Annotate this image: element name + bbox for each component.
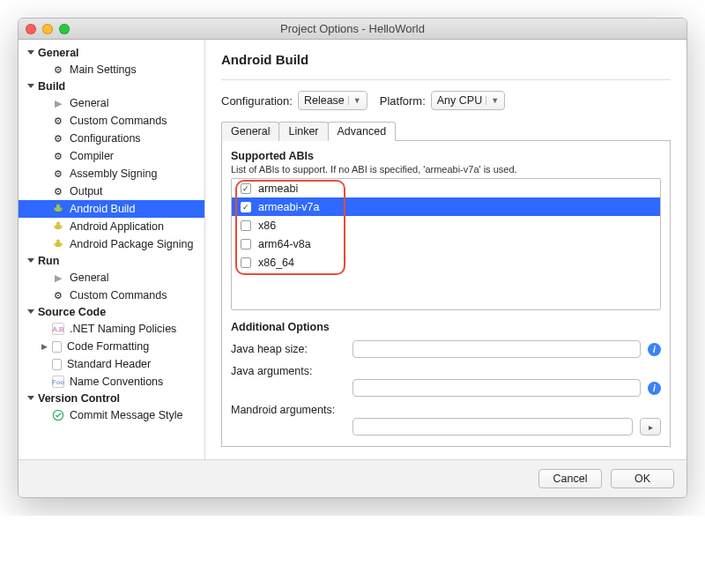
svg-rect-11	[61, 243, 62, 247]
checkbox-icon[interactable]	[241, 239, 251, 249]
svg-rect-7	[61, 226, 62, 229]
abi-row-arm64-v8a[interactable]: arm64-v8a	[232, 234, 660, 253]
sidebar-item-label: Assembly Signing	[70, 167, 157, 180]
run-button[interactable]: ▸	[640, 418, 661, 435]
sidebar-item-label: General	[70, 272, 108, 284]
svg-rect-2	[55, 208, 56, 212]
sidebar-item-label: Custom Commands	[70, 115, 167, 127]
sidebar-group-run[interactable]: Run	[19, 253, 204, 269]
platform-label: Platform:	[380, 94, 426, 108]
sidebar-item-commit-message-style[interactable]: Commit Message Style	[19, 406, 204, 424]
sidebar-item-android-build[interactable]: Android Build	[19, 200, 204, 218]
sidebar-item-build-general[interactable]: ▶ General	[19, 94, 204, 112]
java-heap-input[interactable]	[352, 340, 641, 358]
java-args-input[interactable]	[352, 379, 641, 397]
ok-button[interactable]: OK	[611, 469, 674, 488]
sidebar-group-general[interactable]: General	[19, 45, 204, 61]
sidebar-item-run-custom-commands[interactable]: ⚙ Custom Commands	[19, 287, 204, 304]
abi-row-x86-64[interactable]: x86_64	[232, 253, 660, 272]
gear-icon: ⚙	[52, 167, 64, 180]
window-title: Project Options - HelloWorld	[280, 22, 425, 35]
abi-row-armeabi[interactable]: ✓ armeabi	[232, 179, 660, 197]
sidebar-item-label: Name Conventions	[70, 376, 163, 388]
abi-label: armeabi-v7a	[258, 201, 319, 213]
configuration-label: Configuration:	[221, 94, 293, 108]
svg-point-1	[56, 205, 60, 208]
checkbox-icon[interactable]: ✓	[241, 183, 251, 194]
sidebar-item-label: Android Package Signing	[70, 238, 193, 250]
svg-rect-0	[56, 207, 61, 212]
sidebar-item-label: Standard Header	[67, 358, 151, 370]
sidebar-item-configurations[interactable]: ⚙ Configurations	[19, 130, 204, 147]
sidebar-item-label: Android Build	[70, 203, 135, 215]
sidebar-item-custom-commands[interactable]: ⚙ Custom Commands	[19, 112, 204, 130]
abi-label: x86_64	[258, 257, 294, 269]
svg-rect-4	[56, 225, 61, 229]
checkbox-icon[interactable]: ✓	[241, 202, 251, 212]
sidebar-item-android-package-signing[interactable]: Android Package Signing	[19, 235, 204, 253]
tag-icon: Foo	[52, 376, 64, 388]
sidebar-group-build[interactable]: Build	[19, 78, 204, 94]
sidebar-item-label: Configurations	[70, 132, 141, 145]
sidebar-group-source-code[interactable]: Source Code	[19, 304, 204, 320]
java-heap-label: Java heap size:	[231, 343, 345, 355]
supported-abis-heading: Supported ABIs	[231, 150, 661, 162]
abi-label: armeabi	[258, 182, 298, 195]
info-icon[interactable]: i	[648, 343, 661, 356]
sidebar-item-label: Commit Message Style	[70, 409, 183, 421]
svg-rect-8	[56, 242, 61, 247]
checkbox-icon[interactable]	[241, 220, 251, 231]
project-options-window: Project Options - HelloWorld General ⚙ M…	[18, 18, 687, 498]
java-args-label: Java arguments:	[231, 365, 345, 377]
mandroid-args-input[interactable]	[352, 418, 633, 435]
info-icon[interactable]: i	[648, 382, 661, 395]
abi-row-x86[interactable]: x86	[232, 216, 660, 234]
tab-general[interactable]: General	[221, 122, 279, 141]
sidebar-item-name-conventions[interactable]: Foo Name Conventions	[19, 373, 204, 391]
content-panel: Android Build Configuration: Release ▼ P…	[205, 40, 686, 459]
sidebar-item-label: Custom Commands	[70, 289, 167, 301]
svg-rect-6	[55, 226, 56, 229]
document-icon	[52, 359, 62, 370]
close-icon[interactable]	[26, 24, 36, 34]
checkbox-icon[interactable]	[241, 257, 251, 268]
sidebar-item-label: Android Application	[70, 220, 164, 233]
minimize-icon[interactable]	[42, 24, 53, 34]
sidebar-item-label: Main Settings	[70, 63, 137, 76]
configuration-select[interactable]: Release ▼	[298, 91, 367, 110]
svg-rect-10	[55, 243, 56, 247]
check-circle-icon	[52, 409, 64, 421]
sidebar-item-label: .NET Naming Policies	[70, 323, 176, 335]
sidebar-item-android-application[interactable]: Android Application	[19, 218, 204, 235]
sidebar-item-net-naming[interactable]: A,B .NET Naming Policies	[19, 320, 204, 338]
chevron-down-icon: ▼	[486, 96, 499, 105]
configuration-value: Release	[304, 94, 345, 107]
sidebar-item-code-formatting[interactable]: ▶ Code Formatting	[19, 338, 204, 355]
platform-select[interactable]: Any CPU ▼	[431, 91, 505, 110]
tab-linker[interactable]: Linker	[278, 122, 328, 141]
tab-bar: General Linker Advanced	[221, 121, 671, 141]
gear-icon: ⚙	[52, 132, 64, 145]
mandroid-args-label: Mandroid arguments:	[231, 404, 345, 416]
sidebar-item-main-settings[interactable]: ⚙ Main Settings	[19, 61, 204, 78]
sidebar-item-label: General	[70, 97, 108, 109]
sidebar-item-output[interactable]: ⚙ Output	[19, 182, 204, 200]
gear-icon: ⚙	[52, 115, 64, 127]
sidebar-item-standard-header[interactable]: Standard Header	[19, 355, 204, 373]
sidebar-item-assembly-signing[interactable]: ⚙ Assembly Signing	[19, 165, 204, 182]
page-title: Android Build	[221, 52, 671, 67]
abi-row-armeabi-v7a[interactable]: ✓ armeabi-v7a	[232, 197, 660, 216]
svg-rect-3	[61, 208, 62, 212]
svg-point-5	[56, 222, 60, 226]
sidebar-item-compiler[interactable]: ⚙ Compiler	[19, 147, 204, 165]
sidebar-item-run-general[interactable]: ▶ General	[19, 269, 204, 287]
zoom-icon[interactable]	[59, 24, 70, 34]
gear-icon: ⚙	[52, 289, 64, 301]
document-icon	[52, 341, 62, 353]
tab-advanced[interactable]: Advanced	[328, 122, 397, 141]
titlebar: Project Options - HelloWorld	[19, 19, 686, 40]
sidebar-group-version-control[interactable]: Version Control	[19, 391, 204, 406]
cancel-button[interactable]: Cancel	[538, 469, 602, 488]
android-icon	[52, 238, 64, 250]
naming-icon: A,B	[52, 323, 64, 335]
